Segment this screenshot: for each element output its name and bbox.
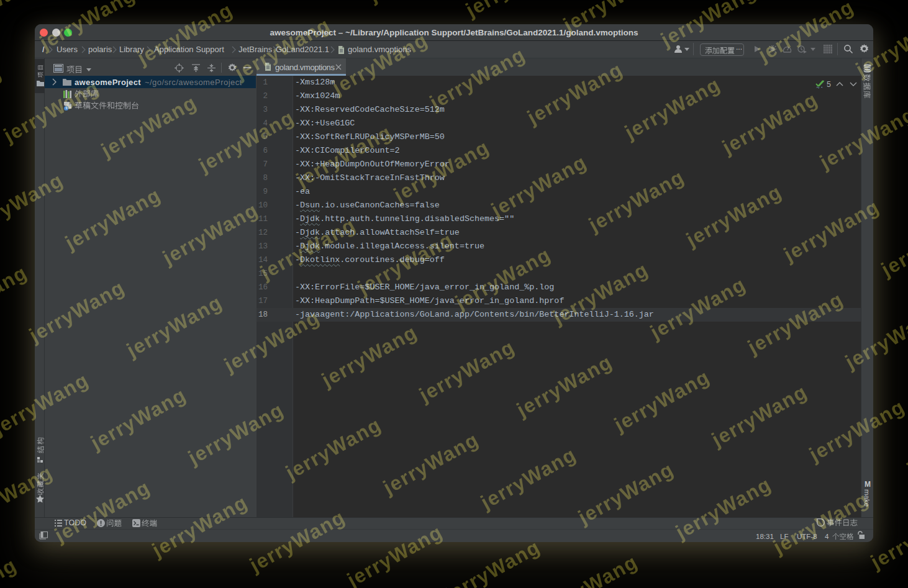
svg-text:jerryWang: jerryWang bbox=[877, 210, 908, 281]
svg-text:jerryWang: jerryWang bbox=[902, 410, 908, 481]
svg-text:jerryWang: jerryWang bbox=[0, 61, 6, 132]
svg-text:jerryWang: jerryWang bbox=[461, 0, 565, 22]
svg-text:jerryWang: jerryWang bbox=[0, 261, 31, 332]
svg-text:jerryWang: jerryWang bbox=[0, 553, 20, 588]
svg-text:jerryWang: jerryWang bbox=[364, 0, 468, 7]
svg-text:jerryWang: jerryWang bbox=[538, 550, 642, 588]
svg-text:jerryWang: jerryWang bbox=[440, 535, 544, 588]
